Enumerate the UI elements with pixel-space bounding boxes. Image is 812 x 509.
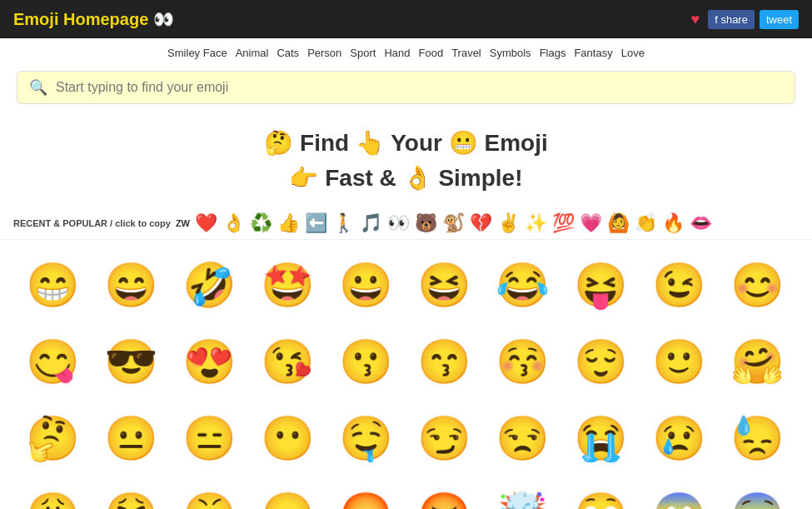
nav-item-smiley-face[interactable]: Smiley Face: [167, 47, 227, 59]
logo-text: Emoji Homepage: [13, 10, 148, 28]
emoji-cell[interactable]: 😭: [565, 402, 638, 475]
emoji-cell[interactable]: 😁: [17, 248, 90, 322]
emoji-cell[interactable]: 😙: [408, 325, 481, 398]
category-nav: Smiley FaceAnimalCatsPersonSportHandFood…: [0, 38, 812, 66]
recent-emoji[interactable]: ✨: [525, 212, 547, 234]
emoji-cell[interactable]: 🤩: [252, 248, 325, 322]
recent-emoji[interactable]: 💗: [580, 212, 602, 234]
recent-emoji[interactable]: 💔: [470, 212, 492, 234]
search-section: 🔍: [0, 66, 812, 116]
emoji-cell[interactable]: 🤯: [486, 478, 560, 509]
recent-emoji[interactable]: ♻️: [250, 212, 272, 234]
recent-emoji[interactable]: 👌: [222, 212, 245, 234]
nav-item-animal[interactable]: Animal: [236, 47, 269, 59]
emoji-cell[interactable]: 😉: [643, 248, 716, 322]
facebook-share-button[interactable]: f share: [708, 10, 755, 29]
recent-emoji[interactable]: 🚶: [332, 212, 355, 234]
emoji-cell[interactable]: 🤔: [17, 402, 90, 475]
emoji-cell[interactable]: 😑: [173, 402, 247, 475]
emoji-cell[interactable]: 😗: [330, 325, 403, 398]
nav-item-cats[interactable]: Cats: [276, 47, 299, 59]
recent-emoji[interactable]: 👍: [277, 212, 300, 234]
emoji-cell[interactable]: 😍: [173, 325, 247, 398]
recent-emoji[interactable]: 👀: [387, 212, 410, 234]
emoji-cell[interactable]: 🤤: [330, 402, 403, 475]
recent-emoji[interactable]: 👄: [690, 212, 712, 234]
recent-emoji[interactable]: 🔥: [662, 212, 685, 234]
emoji-cell[interactable]: 😄: [95, 248, 168, 322]
nav-item-person[interactable]: Person: [307, 47, 341, 59]
emoji-cell[interactable]: 😘: [252, 325, 325, 398]
nav-item-symbols[interactable]: Symbols: [490, 47, 531, 59]
emoji-cell[interactable]: 😂: [486, 248, 560, 322]
emoji-cell[interactable]: 😠: [252, 478, 325, 509]
emoji-cell[interactable]: 😊: [721, 248, 795, 322]
emoji-cell[interactable]: 😋: [17, 325, 90, 398]
emoji-cell[interactable]: 😫: [95, 478, 168, 509]
emoji-cell[interactable]: 😐: [95, 402, 168, 475]
emoji-cell[interactable]: 😤: [173, 478, 247, 509]
nav-item-love[interactable]: Love: [621, 47, 645, 59]
emoji-cell[interactable]: 🤣: [173, 248, 247, 322]
nav-item-fantasy[interactable]: Fantasy: [574, 47, 612, 59]
site-logo: Emoji Homepage 👀: [13, 9, 690, 29]
recent-emoji[interactable]: ✌️: [497, 212, 520, 234]
recent-emoji[interactable]: ⬅️: [305, 212, 327, 234]
hero-line2: 👉 Fast & 👌 Simple!: [0, 161, 812, 196]
recent-emoji[interactable]: ZW: [176, 218, 190, 228]
emoji-grid: 😁😄🤣🤩😀😆😂😝😉😊😋😎😍😘😗😙😚😌🙂🤗🤔😐😑😶🤤😏😒😭😢😓😩😫😤😠😡🤬🤯😳😱😨…: [0, 240, 812, 509]
recent-emoji[interactable]: 🙆: [607, 212, 630, 234]
nav-item-hand[interactable]: Hand: [384, 47, 410, 59]
search-icon: 🔍: [29, 78, 47, 97]
hero-section: 🤔 Find 👆 Your 😬 Emoji 👉 Fast & 👌 Simple!: [0, 116, 812, 209]
emoji-cell[interactable]: 😀: [330, 248, 403, 322]
hero-line1: 🤔 Find 👆 Your 😬 Emoji: [0, 126, 812, 161]
emoji-cell[interactable]: 😒: [486, 402, 560, 475]
emoji-cell[interactable]: 😏: [408, 402, 481, 475]
emoji-cell[interactable]: 🤗: [721, 325, 795, 398]
emoji-cell[interactable]: 😚: [486, 325, 560, 398]
heart-icon[interactable]: ♥: [690, 11, 700, 28]
emoji-cell[interactable]: 🤬: [408, 478, 481, 509]
emoji-cell[interactable]: 😌: [565, 325, 638, 398]
emoji-cell[interactable]: 😩: [17, 478, 90, 509]
search-box: 🔍: [17, 71, 795, 104]
recent-emoji[interactable]: 💯: [552, 212, 575, 234]
recent-emoji[interactable]: 🎵: [360, 212, 382, 234]
nav-item-flags[interactable]: Flags: [540, 47, 566, 59]
emoji-cell[interactable]: 😆: [408, 248, 481, 322]
emoji-cell[interactable]: 🙂: [643, 325, 716, 398]
header: Emoji Homepage 👀 ♥ f share tweet: [0, 0, 812, 38]
recent-emoji[interactable]: 🐒: [442, 212, 465, 234]
logo-eyes: 👀: [153, 10, 174, 28]
emoji-cell[interactable]: 😱: [643, 478, 716, 509]
emoji-cell[interactable]: 😨: [721, 478, 795, 509]
nav-item-sport[interactable]: Sport: [350, 47, 376, 59]
emoji-cell[interactable]: 😢: [643, 402, 716, 475]
emoji-cell[interactable]: 😡: [330, 478, 403, 509]
emoji-cell[interactable]: 😎: [95, 325, 168, 398]
recent-bar: RECENT & POPULAR / click to copy ZW❤️👌♻️…: [0, 209, 812, 240]
emoji-cell[interactable]: 😓: [721, 402, 795, 475]
tweet-button[interactable]: tweet: [760, 10, 799, 29]
recent-label: RECENT & POPULAR / click to copy: [13, 218, 171, 228]
recent-emoji[interactable]: 🐻: [415, 212, 437, 234]
recent-emoji[interactable]: 👏: [635, 212, 657, 234]
nav-item-food[interactable]: Food: [418, 47, 443, 59]
emoji-cell[interactable]: 😶: [252, 402, 325, 475]
search-input[interactable]: [56, 80, 783, 95]
recent-emoji[interactable]: ❤️: [195, 212, 217, 234]
emoji-cell[interactable]: 😳: [565, 478, 638, 509]
emoji-cell[interactable]: 😝: [565, 248, 638, 322]
nav-item-travel[interactable]: Travel: [451, 47, 481, 59]
